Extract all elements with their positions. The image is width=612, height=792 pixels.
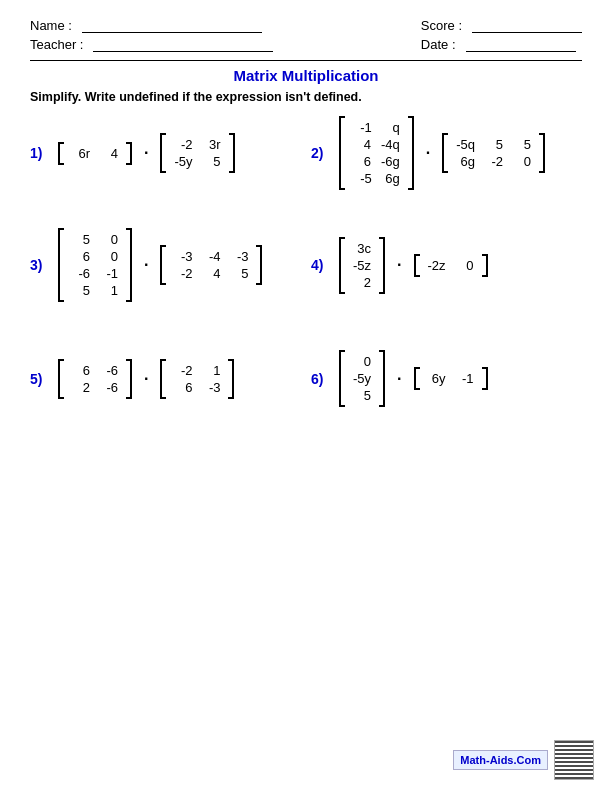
score-label: Score : xyxy=(421,18,462,33)
matrix-row: 6y -1 xyxy=(428,371,474,386)
qr-code xyxy=(554,740,594,780)
matrix-cells: 6 -6 2 -6 xyxy=(66,359,124,399)
matrix-row: 6g -2 0 xyxy=(457,154,531,169)
matrix-row: 6 -6 xyxy=(72,363,118,378)
problem-row-2: 3) 5 0 6 0 -6 -1 xyxy=(30,228,582,302)
multiply-dot: · xyxy=(144,144,148,162)
problem-1: 1) 6r 4 · -2 xyxy=(30,133,301,173)
problem-4-matrix2: -2z 0 xyxy=(414,254,488,277)
problem-6-matrix2: 6y -1 xyxy=(414,367,488,390)
matrix-cells: 5 0 6 0 -6 -1 5 1 xyxy=(66,228,124,302)
instructions: Simplify. Write undefined if the express… xyxy=(30,90,582,104)
matrix-row: 2 -6 xyxy=(72,380,118,395)
matrix-row: -2 3r xyxy=(175,137,221,152)
problem-3-matrix1: 5 0 6 0 -6 -1 5 1 xyxy=(58,228,132,302)
problem-6: 6) 0 -5y 5 xyxy=(311,350,582,407)
date-row: Date : xyxy=(421,37,582,52)
matrix-row: 4 -4q xyxy=(353,137,400,152)
name-row: Name : xyxy=(30,18,273,33)
matrix-row: 6 0 xyxy=(72,249,118,264)
matrix-row: -5y 5 xyxy=(174,154,220,169)
problem-row-3: 5) 6 -6 2 -6 · xyxy=(30,350,582,407)
matrix-cells: 3c -5z 2 xyxy=(347,237,377,294)
matrix-cells: 0 -5y 5 xyxy=(347,350,377,407)
matrix-row: -2 1 xyxy=(174,363,220,378)
problem-4-num: 4) xyxy=(311,257,333,273)
matrix-row: 5 1 xyxy=(72,283,118,298)
matrix-cells: -2 3r -5y 5 xyxy=(168,133,226,173)
date-label: Date : xyxy=(421,37,456,52)
problem-1-matrix2: -2 3r -5y 5 xyxy=(160,133,234,173)
matrix-row: -1 q xyxy=(354,120,400,135)
problems-container: 1) 6r 4 · -2 xyxy=(30,116,582,435)
page-title: Matrix Multiplication xyxy=(30,67,582,84)
matrix-row: 6 -6g xyxy=(353,154,400,169)
matrix-row: 6 -3 xyxy=(174,380,220,395)
site-name: Math-Aids.Com xyxy=(460,754,541,766)
matrix-cells: -3 -4 -3 -2 4 5 xyxy=(168,245,254,285)
matrix-row: -2 4 5 xyxy=(174,266,248,281)
page: Name : Teacher : Score : Date : Matrix M… xyxy=(0,0,612,792)
matrix-row: -2z 0 xyxy=(428,258,474,273)
footer: Math-Aids.Com xyxy=(453,740,594,780)
matrix-cells: -1 q 4 -4q 6 -6g -5 6g xyxy=(347,116,406,190)
matrix-cells: -2z 0 xyxy=(422,254,480,277)
problem-6-matrix1: 0 -5y 5 xyxy=(339,350,385,407)
matrix-row: -5q 5 5 xyxy=(456,137,531,152)
problem-1-matrix1: 6r 4 xyxy=(58,142,132,165)
matrix-row: 5 0 xyxy=(72,232,118,247)
matrix-row: -5y xyxy=(353,371,371,386)
matrix-cells: 6y -1 xyxy=(422,367,480,390)
problem-2: 2) -1 q 4 -4q 6 -6g xyxy=(311,116,582,190)
problem-3-matrix2: -3 -4 -3 -2 4 5 xyxy=(160,245,262,285)
score-line xyxy=(472,19,582,33)
problem-2-matrix1: -1 q 4 -4q 6 -6g -5 6g xyxy=(339,116,414,190)
problem-5-matrix1: 6 -6 2 -6 xyxy=(58,359,132,399)
problem-5-matrix2: -2 1 6 -3 xyxy=(160,359,234,399)
header-right: Score : Date : xyxy=(421,18,582,52)
matrix-cells: 6r 4 xyxy=(66,142,124,165)
site-logo: Math-Aids.Com xyxy=(453,750,548,770)
matrix-row: -5z xyxy=(353,258,371,273)
matrix-row: 3c xyxy=(353,241,371,256)
problem-2-matrix2: -5q 5 5 6g -2 0 xyxy=(442,133,545,173)
header: Name : Teacher : Score : Date : xyxy=(30,18,582,52)
problem-3-num: 3) xyxy=(30,257,52,273)
teacher-row: Teacher : xyxy=(30,37,273,52)
name-line xyxy=(82,19,262,33)
divider xyxy=(30,60,582,61)
multiply-dot: · xyxy=(144,370,148,388)
multiply-dot: · xyxy=(397,256,401,274)
multiply-dot: · xyxy=(144,256,148,274)
header-left: Name : Teacher : xyxy=(30,18,273,52)
matrix-row: 2 xyxy=(353,275,371,290)
matrix-cells: -2 1 6 -3 xyxy=(168,359,226,399)
problem-row-1: 1) 6r 4 · -2 xyxy=(30,116,582,190)
teacher-line xyxy=(93,38,273,52)
matrix-row: 0 xyxy=(353,354,371,369)
problem-4: 4) 3c -5z 2 xyxy=(311,237,582,294)
score-row: Score : xyxy=(421,18,582,33)
date-line xyxy=(466,38,576,52)
name-label: Name : xyxy=(30,18,72,33)
matrix-row: 5 xyxy=(353,388,371,403)
multiply-dot: · xyxy=(397,370,401,388)
matrix-row: -6 -1 xyxy=(72,266,118,281)
matrix-row: -5 6g xyxy=(354,171,400,186)
matrix-cells: -5q 5 5 6g -2 0 xyxy=(450,133,537,173)
matrix-row: -3 -4 -3 xyxy=(174,249,248,264)
matrix-row: 6r 4 xyxy=(72,146,118,161)
problem-5-num: 5) xyxy=(30,371,52,387)
problem-3: 3) 5 0 6 0 -6 -1 xyxy=(30,228,301,302)
problem-4-matrix1: 3c -5z 2 xyxy=(339,237,385,294)
problem-1-num: 1) xyxy=(30,145,52,161)
problem-2-num: 2) xyxy=(311,145,333,161)
multiply-dot: · xyxy=(426,144,430,162)
teacher-label: Teacher : xyxy=(30,37,83,52)
problem-5: 5) 6 -6 2 -6 · xyxy=(30,359,301,399)
problem-6-num: 6) xyxy=(311,371,333,387)
